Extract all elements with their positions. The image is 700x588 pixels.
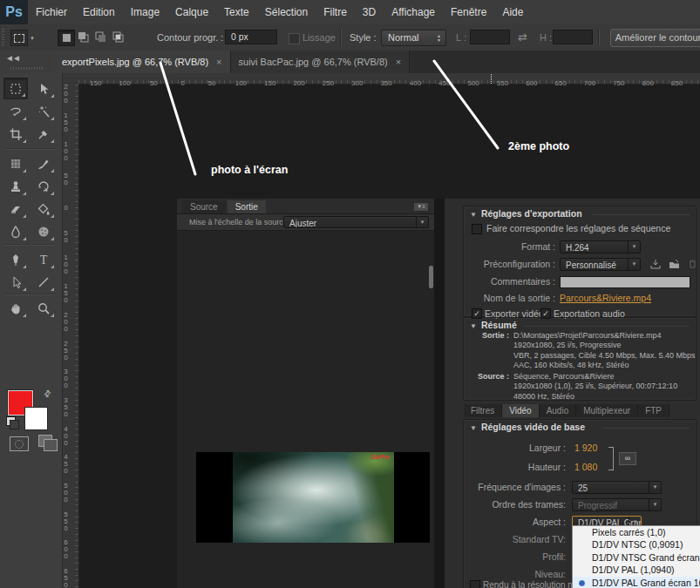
magic-wand-icon [37, 105, 51, 118]
format-dropdown[interactable]: H.264▼ [560, 240, 641, 253]
line-tool[interactable] [31, 271, 56, 293]
pen-tool[interactable] [3, 248, 28, 270]
tab-output[interactable]: Sortie [228, 200, 266, 213]
link-dimensions-icon[interactable]: ∞ [619, 452, 636, 465]
aspect-menu-item[interactable]: D1/DV NTSC (0,9091) [573, 538, 700, 551]
refine-edge-button[interactable]: Améliorer le contour [610, 29, 700, 47]
move-tool[interactable] [31, 78, 56, 99]
chevron-down-icon: ▼ [628, 259, 640, 270]
smudge-tool[interactable] [3, 220, 28, 242]
category-tab[interactable]: Filtres [464, 404, 502, 417]
width-input[interactable] [470, 30, 510, 44]
width-label: L : [456, 24, 466, 51]
sponge-icon [37, 225, 51, 239]
height-input[interactable] [553, 30, 593, 44]
menu-item[interactable]: Fichier [28, 0, 75, 24]
clone-stamp-tool[interactable] [3, 175, 28, 197]
background-color-swatch[interactable] [24, 407, 48, 430]
menu-item[interactable]: Image [123, 0, 167, 24]
type-tool[interactable]: T [31, 248, 56, 270]
collapse-triangle-icon[interactable]: ▼ [470, 211, 477, 219]
eyedropper-tool[interactable] [31, 123, 56, 145]
tool-group-divider [4, 244, 55, 246]
collapse-triangle-icon[interactable]: ▼ [470, 322, 477, 330]
save-preset-button[interactable] [649, 258, 663, 269]
menu-item[interactable]: Calque [167, 0, 216, 24]
menu-item[interactable]: Texte [216, 0, 257, 24]
menu-item[interactable]: Fenêtre [443, 0, 494, 24]
healing-brush-tool[interactable] [3, 152, 28, 174]
category-tab[interactable]: FTP [638, 404, 669, 417]
sponge-tool[interactable] [31, 220, 56, 242]
quick-mask-button[interactable] [10, 436, 29, 451]
feather-input[interactable]: 0 px [225, 30, 277, 44]
antialias-checkbox[interactable] [289, 33, 300, 44]
rectangular-marquee-icon [9, 82, 23, 96]
category-tab[interactable]: Vidéo [502, 404, 539, 417]
width-value[interactable]: 1 920 [574, 442, 597, 455]
panel-grip[interactable] [10, 67, 44, 70]
path-selection-tool[interactable] [3, 271, 28, 293]
import-preset-button[interactable] [667, 258, 681, 269]
output-name-link[interactable]: Parcours&Riviere.mp4 [560, 292, 651, 304]
panel-grip[interactable] [2, 29, 4, 45]
paint-bucket-tool[interactable] [31, 198, 56, 220]
aspect-menu-item[interactable]: D1/DV PAL Grand écran 16:9 (1,458 [573, 577, 700, 588]
document-tab[interactable]: exportPixels.jpg @ 66,7% (RVB/8) × [54, 51, 231, 73]
category-tab[interactable]: Multiplexeur [576, 404, 638, 417]
aspect-menu-item[interactable]: D1/DV NTSC Grand écran 16:9 (1,21 [573, 551, 700, 564]
hand-tool[interactable] [3, 297, 28, 319]
screen-mode-button[interactable] [38, 435, 52, 447]
subtract-from-selection-button[interactable] [92, 30, 108, 44]
eraser-tool[interactable] [3, 198, 28, 220]
menu-item[interactable]: Affichage [384, 0, 443, 24]
lasso-tool[interactable] [3, 100, 28, 122]
aspect-menu-item[interactable]: Pixels carrés (1,0) [573, 526, 700, 538]
scrollbar-thumb[interactable] [429, 266, 433, 288]
close-icon[interactable]: × [216, 57, 221, 67]
swap-dimensions-icon[interactable]: ⇄ [518, 30, 527, 44]
zoom-tool[interactable] [31, 297, 56, 319]
preset-dropdown[interactable]: Personnalisé▼ [560, 258, 641, 271]
chevron-down-icon[interactable]: ▼ [30, 36, 35, 41]
comments-input[interactable] [560, 276, 690, 288]
menu-item[interactable]: Filtre [316, 0, 355, 24]
scale-dropdown[interactable]: Ajuster▼ [283, 216, 429, 228]
rectangular-marquee-tool[interactable] [3, 78, 28, 99]
menu-item[interactable]: 3D [355, 0, 384, 24]
height-value[interactable]: 1 080 [574, 461, 597, 474]
category-tab[interactable]: Audio [540, 404, 577, 417]
new-selection-button[interactable] [58, 30, 75, 46]
aspect-menu-item[interactable]: D1/DV PAL (1,0940) [573, 564, 700, 576]
collapse-panel-icon[interactable]: ◄◄ [5, 53, 19, 63]
history-brush-tool[interactable] [31, 175, 56, 197]
brush-tool[interactable] [31, 152, 56, 174]
width-label: Largeur : [464, 442, 566, 455]
import-preset-icon [669, 259, 680, 269]
type-icon: T [37, 253, 51, 267]
collapse-triangle-icon[interactable]: ▼ [470, 424, 477, 432]
document-tab[interactable]: suivi BacPac.jpg @ 66,7% (RVB/8) × [231, 51, 411, 73]
summary-line: VBR, 2 passages, Cible 4.50 Mbps, Max. 5… [513, 351, 696, 361]
style-dropdown[interactable]: Normal▲▼ [381, 30, 446, 46]
default-colors-icon[interactable] [6, 416, 16, 426]
crop-tool[interactable] [3, 123, 28, 145]
panel-menu-icon[interactable]: ▼≡ [413, 202, 429, 212]
intersect-selection-button[interactable] [110, 30, 126, 44]
active-tool-preset[interactable] [10, 30, 28, 46]
render-max-checkbox[interactable] [470, 580, 480, 588]
ruler-tick-label: 800 [634, 78, 663, 88]
menu-item[interactable]: Sélection [257, 0, 316, 24]
svg-text:T: T [40, 253, 48, 267]
tab-source[interactable]: Source [182, 200, 226, 213]
menu-item[interactable]: Edition [75, 0, 123, 24]
match-sequence-checkbox[interactable] [472, 224, 482, 234]
close-icon[interactable]: × [396, 57, 401, 67]
ruler-tick-label: 850 [663, 78, 691, 88]
add-to-selection-button[interactable] [75, 30, 91, 44]
menu-item[interactable]: Aide [494, 0, 531, 24]
fps-dropdown[interactable]: 25▼ [572, 481, 662, 494]
magic-wand-tool[interactable] [31, 100, 56, 122]
swap-colors-icon[interactable]: ⇄ [41, 388, 53, 400]
delete-preset-button[interactable] [685, 258, 699, 269]
